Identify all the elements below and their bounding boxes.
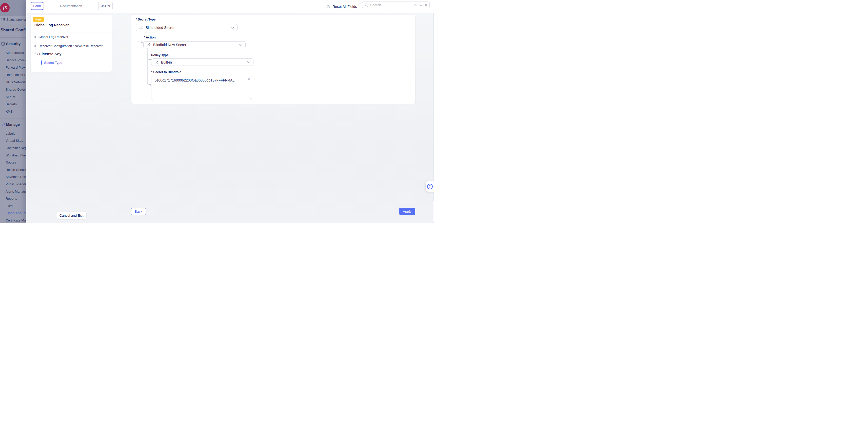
- sidebar-item-advertise-policies[interactable]: Advertise Policies: [0, 173, 26, 181]
- apply-button[interactable]: Apply: [399, 208, 415, 215]
- section-label: Manage: [6, 123, 20, 127]
- sidebar-item-reports[interactable]: Reports: [0, 195, 26, 202]
- sidebar-section-manage-header[interactable]: Manage: [0, 121, 26, 128]
- active-step-marker: [41, 61, 42, 65]
- sidebar-item-routes[interactable]: Routes: [0, 159, 26, 166]
- sidebar-divider: [0, 37, 26, 38]
- scrollbar-thumb[interactable]: [433, 201, 434, 222]
- status-badge-new: New: [33, 17, 44, 22]
- secret-type-label: * Secret Type: [136, 18, 155, 21]
- tab-json[interactable]: JSON: [98, 2, 113, 10]
- shield-icon: [1, 42, 5, 46]
- sidebar-section-security-header[interactable]: Security: [0, 40, 26, 47]
- sidebar-item-virtual-sites[interactable]: Virtual Sites: [0, 137, 26, 145]
- f5-logo-icon: f5: [0, 3, 10, 12]
- tab-form[interactable]: Form: [31, 2, 43, 10]
- secret-to-blindfold-label: * Secret to Blindfold: [151, 70, 181, 74]
- sidebar-section-manage: Manage Labels Virtual Sites Container Re…: [0, 121, 26, 223]
- workspace-title: Shared Configuration: [1, 28, 26, 32]
- chevron-down-icon: [239, 44, 242, 46]
- reset-label: Reset All Fields: [333, 5, 357, 9]
- secret-type-select[interactable]: Blindfolded Secret: [136, 24, 238, 31]
- form-card: * Secret Type Blindfolded Secret * Actio…: [131, 15, 415, 104]
- sidebar-item-rate-limiter[interactable]: Rate Limiter Policies: [0, 71, 26, 78]
- sidebar-item-certificate-management[interactable]: Certificate Management: [0, 217, 26, 223]
- wizard-step-secret-type[interactable]: Secret Type: [44, 61, 62, 65]
- sidebar-item-global-log-receiver[interactable]: Global Log Receiver: [0, 210, 26, 217]
- sidebar-item-app-firewall[interactable]: App Firewall: [0, 49, 26, 57]
- help-question-icon: ?: [427, 184, 433, 189]
- oneof-branch-icon: [147, 43, 151, 47]
- chevron-down-icon: [231, 27, 234, 29]
- sidebar-header: f5: [0, 0, 26, 16]
- sidebar-item-service-policies[interactable]: Service Policies: [0, 57, 26, 64]
- sidebar-item-shared-objects[interactable]: Shared Objects: [0, 86, 26, 93]
- wizard-step-global-log-receiver[interactable]: Global Log Receiver: [38, 35, 68, 39]
- sidebar-item-vk8s-networks[interactable]: vK8s Networks: [0, 78, 26, 86]
- oneof-branch-icon: [139, 26, 143, 30]
- tab-documentation[interactable]: Documentation: [43, 2, 98, 10]
- back-button[interactable]: Back: [131, 208, 146, 215]
- select-service-label: Select service: [6, 18, 26, 22]
- sidebar-item-health-checks[interactable]: Health Checks: [0, 166, 26, 173]
- action-select[interactable]: Blindfold New Secret: [143, 41, 246, 49]
- sidebar-item-kms[interactable]: KMS: [0, 108, 26, 115]
- view-tabs: Form Documentation JSON: [31, 2, 113, 10]
- clear-secret-icon[interactable]: ✕: [248, 77, 250, 81]
- panel-header: Form Documentation JSON Reset All Fields: [26, 0, 434, 13]
- chevron-down-icon: [247, 61, 250, 63]
- form-panel: Form Documentation JSON Reset All Fields: [26, 0, 434, 223]
- sidebar-item-container-registries[interactable]: Container Registries: [0, 144, 26, 152]
- cancel-and-exit-button[interactable]: Cancel and Exit: [56, 212, 87, 219]
- sidebar-item-alerts-management[interactable]: Alerts Management: [0, 188, 26, 195]
- sidebar-item-secrets[interactable]: Secrets: [0, 100, 26, 108]
- reset-all-fields-button[interactable]: Reset All Fields: [326, 3, 357, 11]
- action-value: Blindfold New Secret: [153, 43, 239, 47]
- search-input[interactable]: [370, 3, 410, 7]
- oneof-branch-icon: [154, 60, 158, 64]
- sidebar-item-workload-flavors[interactable]: Workload Flavors: [0, 152, 26, 159]
- select-service-button[interactable]: Select service: [0, 16, 26, 23]
- wizard-card: New Global Log Receiver Global Log Recei…: [31, 15, 112, 72]
- policy-type-select[interactable]: Built-in: [151, 59, 253, 66]
- wizard-divider-notch: [33, 30, 37, 34]
- wizard-step-receiver-configuration[interactable]: Receiver Configuration : NewRelic Receiv…: [38, 44, 102, 48]
- sidebar-item-files[interactable]: Files: [0, 202, 26, 210]
- sidebar-item-labels[interactable]: Labels: [0, 130, 26, 137]
- wrench-icon: [1, 123, 5, 127]
- policy-type-value: Built-in: [161, 60, 247, 64]
- chevron-down-icon: [419, 4, 423, 6]
- wizard-step-license-key[interactable]: License Key: [39, 52, 62, 56]
- sidebar-item-public-ip[interactable]: Public IP Addresses: [0, 181, 26, 188]
- sidebar-item-ai-ml[interactable]: AI & ML: [0, 93, 26, 100]
- section-label: Security: [6, 42, 21, 46]
- search-next-button[interactable]: [419, 4, 423, 6]
- search-icon: [365, 3, 368, 7]
- app-grid-icon: [1, 18, 5, 22]
- search-box: [362, 2, 430, 8]
- secret-type-value: Blindfolded Secret: [146, 26, 231, 30]
- action-label: * Action: [144, 36, 156, 39]
- wizard-title: Global Log Receiver: [34, 23, 69, 27]
- sidebar-section-security: Security App Firewall Service Policies F…: [0, 40, 26, 115]
- search-divider: [412, 3, 412, 7]
- sidebar-divider: [0, 118, 26, 119]
- policy-type-label: Policy Type: [151, 54, 168, 57]
- help-button[interactable]: ?: [426, 181, 434, 192]
- sidebar: f5 Select service Shared Configuration S…: [0, 0, 26, 223]
- close-icon: [424, 4, 427, 6]
- reset-icon: [326, 5, 331, 9]
- search-close-button[interactable]: [424, 4, 427, 6]
- chevron-up-icon: [414, 4, 417, 6]
- search-prev-button[interactable]: [414, 4, 417, 6]
- wizard-divider: [31, 32, 112, 32]
- sidebar-item-forward-proxy[interactable]: Forward Proxy Policies: [0, 64, 26, 71]
- app-window: f5 Select service Shared Configuration S…: [0, 0, 434, 223]
- secret-to-blindfold-input[interactable]: 5e00c171716990b2203f5a36355db137FFFFNRAL: [151, 76, 252, 100]
